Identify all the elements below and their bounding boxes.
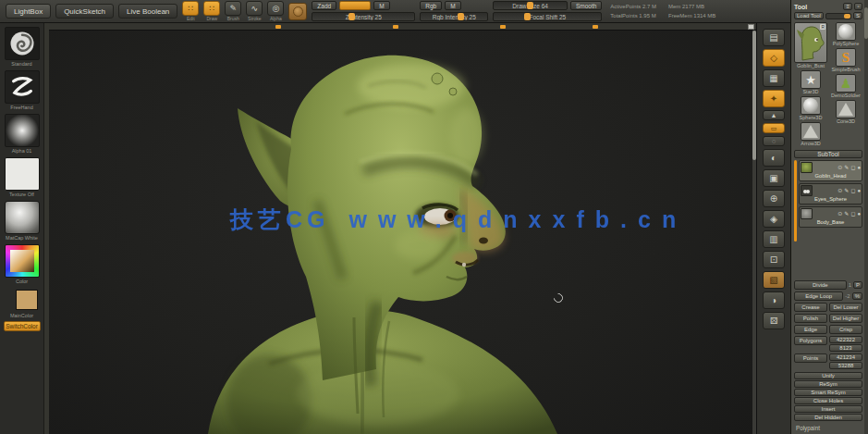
rgb-intensity-knob[interactable]: [458, 13, 464, 20]
del-hidden-button[interactable]: Del Hidden: [794, 414, 862, 421]
floor-button[interactable]: ▦: [763, 69, 785, 87]
bpr-render-button[interactable]: ▤: [763, 29, 785, 46]
monitor-button[interactable]: ⊡: [763, 251, 785, 268]
polish-button[interactable]: Polish: [794, 314, 827, 323]
zoom-button[interactable]: ⊕: [763, 190, 785, 207]
current-stroke-thumb[interactable]: [5, 70, 40, 104]
color-picker[interactable]: [5, 244, 40, 278]
paint-icon[interactable]: ✎: [844, 188, 849, 193]
mask-icon[interactable]: ◻: [850, 211, 855, 217]
rgb-intensity-slider[interactable]: Rgb Intensity 25: [420, 12, 488, 21]
aahalf-button[interactable]: ◐: [763, 149, 785, 167]
panel-menu-button[interactable]: ≡: [843, 3, 852, 10]
smooth-button[interactable]: Smooth: [570, 1, 602, 10]
edgeloop-pct-button[interactable]: %: [852, 292, 862, 300]
save-tool-button[interactable]: S: [853, 12, 862, 19]
subtool-header[interactable]: SubTool: [794, 150, 862, 158]
zadd-active-slider[interactable]: [339, 1, 371, 10]
canvas-corner-button[interactable]: [748, 24, 754, 30]
panel-scrollbar[interactable]: [864, 0, 868, 434]
panel-pin-button[interactable]: ▫: [854, 3, 862, 10]
tool-thumb-cone[interactable]: [801, 122, 821, 141]
tool-thumb-figure[interactable]: ♟: [836, 74, 856, 93]
paint-icon[interactable]: ✎: [844, 211, 849, 217]
crisp-button[interactable]: Crisp: [829, 325, 862, 334]
transparency-button[interactable]: ▧: [763, 271, 785, 289]
stroke-picker-button[interactable]: ∿: [246, 1, 263, 16]
dot-icon[interactable]: ●: [857, 211, 861, 217]
tool-thumb-sphere[interactable]: [801, 96, 821, 115]
current-alpha-thumb[interactable]: [5, 114, 40, 147]
solo-button[interactable]: ◑: [763, 291, 785, 309]
brush-swirl-icon: [8, 30, 36, 57]
subtool-row[interactable]: ⊙ ✎ ◻ ● Body_Base: [799, 206, 862, 228]
rgb-m-toggle[interactable]: M: [445, 1, 460, 10]
actual-size-button[interactable]: ▥: [763, 230, 785, 248]
subtool-scrollbar[interactable]: [794, 160, 797, 242]
tool-slider[interactable]: [825, 13, 851, 19]
draw-mode-button[interactable]: ∷: [203, 1, 220, 16]
mask-icon[interactable]: ◻: [850, 165, 855, 170]
divide-button[interactable]: Divide: [794, 280, 847, 290]
subtool-row[interactable]: ⊙ ✎ ◻ ● Goblin_Head: [799, 160, 862, 181]
tool-thumb-star[interactable]: ★: [801, 70, 821, 89]
eye-icon[interactable]: ⊙: [837, 188, 842, 193]
tool-thumb-polysphere[interactable]: [836, 22, 856, 41]
brush-picker-button[interactable]: ✎: [225, 1, 241, 16]
draw-size-knob[interactable]: [527, 2, 533, 9]
lsym-button[interactable]: ▲: [763, 110, 785, 120]
z-intensity-slider[interactable]: Z Intensity 25: [312, 12, 415, 21]
tool-thumb-cone2[interactable]: [836, 100, 856, 118]
ghost-button[interactable]: ◌: [763, 136, 785, 146]
smart-resym-button[interactable]: Smart ReSym: [794, 389, 862, 396]
unify-button[interactable]: Unify: [794, 372, 862, 379]
rgb-toggle[interactable]: Rgb: [420, 1, 442, 10]
switch-color-button[interactable]: SwitchColor: [4, 321, 41, 331]
dot-icon[interactable]: ●: [857, 165, 861, 170]
load-tool-button[interactable]: Load Tool: [794, 12, 824, 19]
mask-icon[interactable]: ◻: [850, 188, 855, 193]
frame-button[interactable]: ▣: [763, 169, 785, 187]
tool-thumb-simplebrush[interactable]: S: [836, 48, 856, 67]
current-texture-thumb[interactable]: [5, 157, 40, 191]
panel-scrollbar-thumb[interactable]: [864, 7, 868, 39]
subtool-row[interactable]: ⊙ ✎ ◻ ● Eyes_Sphere: [799, 183, 862, 205]
persp-button[interactable]: ◇: [763, 49, 785, 67]
alpha-picker-button[interactable]: ◎: [267, 1, 284, 16]
xyz-button[interactable]: ⚄: [763, 312, 785, 329]
z-intensity-knob[interactable]: [348, 13, 355, 20]
material-picker-button[interactable]: [288, 3, 307, 20]
quicksketch-button[interactable]: QuickSketch: [55, 4, 114, 19]
section-polypaint[interactable]: Polypaint: [794, 425, 862, 432]
edgeloop-button[interactable]: Edge Loop: [794, 291, 843, 301]
edge-button[interactable]: Edge: [794, 325, 827, 334]
eye-icon[interactable]: ⊙: [837, 165, 842, 170]
m-toggle[interactable]: M: [373, 1, 389, 10]
document-canvas[interactable]: 技艺CG www.qdnxxfb.cn: [44, 23, 756, 434]
current-brush-thumb[interactable]: [5, 27, 40, 60]
crease-button[interactable]: Crease: [794, 303, 827, 312]
resym-button[interactable]: ReSym: [794, 380, 862, 388]
close-holes-button[interactable]: Close Holes: [794, 397, 862, 404]
draw-size-slider[interactable]: Draw Size 64: [493, 1, 568, 10]
del-higher-button[interactable]: Del Higher: [829, 314, 862, 323]
current-tool-thumb[interactable]: R: [794, 22, 827, 63]
focal-shift-slider[interactable]: Focal Shift 25: [493, 12, 602, 21]
eye-icon[interactable]: ⊙: [837, 211, 842, 217]
del-lower-button[interactable]: Del Lower: [829, 303, 862, 312]
insert-button[interactable]: Insert: [794, 405, 862, 413]
paint-icon[interactable]: ✎: [844, 165, 849, 170]
zadd-label[interactable]: Zadd: [312, 1, 336, 10]
edit-mode-button[interactable]: ∷: [182, 1, 199, 16]
live-boolean-button[interactable]: Live Boolean: [118, 4, 177, 19]
current-material-thumb[interactable]: [5, 201, 40, 234]
scroll-button[interactable]: ◈: [763, 210, 785, 228]
dot-icon[interactable]: ●: [857, 188, 861, 193]
local-button[interactable]: ✦: [763, 90, 785, 107]
lightbox-button[interactable]: LightBox: [6, 4, 51, 19]
tool-slider-knob[interactable]: [844, 14, 850, 19]
divide-p-button[interactable]: P: [853, 281, 862, 289]
focal-shift-knob[interactable]: [524, 13, 531, 20]
edit-bar-button[interactable]: ▭: [763, 123, 785, 133]
main-color-swatch[interactable]: [16, 290, 38, 310]
